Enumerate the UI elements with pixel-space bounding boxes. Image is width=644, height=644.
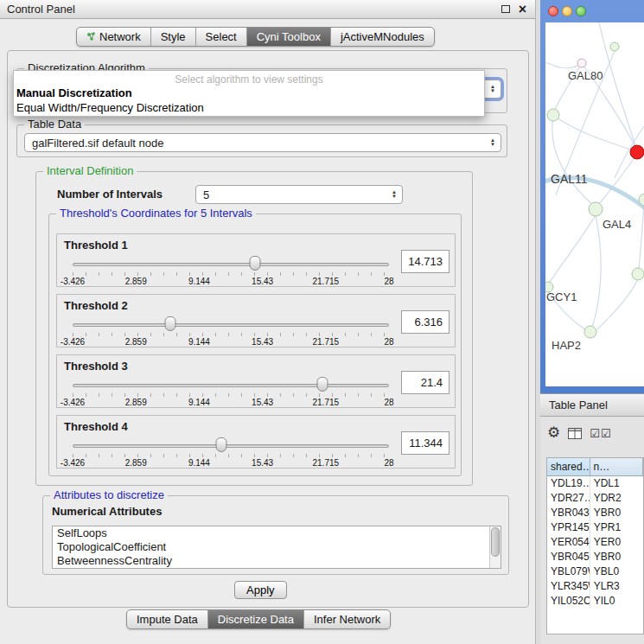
slider-track[interactable] [73, 444, 389, 448]
gear-icon[interactable]: ⚙ [547, 425, 560, 441]
tick-label: 15.43 [252, 398, 273, 407]
numerical-attributes-list: SelfLoops TopologicalCoefficient Between… [52, 526, 501, 569]
threshold-1-value-field[interactable]: 14.713 [401, 250, 450, 273]
attributes-to-discretize-group: Attributes to discretize Numerical Attri… [42, 495, 509, 575]
slider-ticks [73, 454, 389, 457]
tab-style[interactable]: Style [150, 28, 195, 46]
table-row[interactable]: YDL19…YDL1 [547, 476, 643, 491]
network-node-label: GAL80 [568, 69, 603, 82]
tick-label: 21.715 [313, 337, 340, 347]
slider-ticks [73, 333, 389, 336]
list-scrollbar[interactable] [489, 526, 501, 568]
combo-stepper-icon: ▲ ▼ [490, 85, 495, 93]
close-window-icon[interactable]: × [519, 4, 526, 15]
select-rows-checkboxes-icon[interactable]: ☑☑ [590, 427, 611, 440]
cyni-toolbox-panel: Discretization Algorithm ▲ ▼ Select algo… [7, 50, 529, 608]
tick-label: 28 [384, 277, 393, 286]
slider-tick-labels: -3.426 2.859 9.144 15.43 21.715 28 [73, 277, 389, 286]
list-item-topologicalcoefficient[interactable]: TopologicalCoefficient [53, 540, 501, 554]
threshold-3-slider[interactable]: -3.426 2.859 9.144 15.43 21.715 28 [73, 376, 389, 407]
slider-thumb[interactable] [216, 437, 227, 452]
number-of-intervals-label: Number of Intervals [57, 188, 163, 201]
network-canvas[interactable]: GAL80 GAL11 GAL4 GCY1 HAP2 [545, 22, 644, 386]
table-row[interactable]: YBR045CYBR0 [547, 550, 643, 564]
table-row[interactable]: YBL079WYBL0 [547, 564, 643, 579]
interval-definition-group: Interval Definition Number of Intervals … [35, 171, 473, 486]
tick-label: -3.426 [61, 337, 85, 347]
control-panel-titlebar[interactable]: Control Panel × [0, 0, 535, 19]
threshold-3-value-field[interactable]: 21.4 [401, 371, 450, 394]
control-panel-tab-bar: Network Style Select Cyni Toolbox jActiv… [76, 27, 435, 47]
threshold-4-value-field[interactable]: 11.344 [401, 431, 450, 455]
tab-impute-data[interactable]: Impute Data [127, 610, 207, 628]
table-data-group: Table Data galFiltered.sif default node … [16, 124, 507, 157]
minimize-traffic-light-icon[interactable] [562, 6, 572, 16]
number-of-intervals-combobox[interactable]: 5 ▲ ▼ [195, 185, 403, 204]
network-node[interactable] [632, 268, 644, 280]
float-window-icon[interactable] [501, 5, 510, 13]
threshold-4-slider[interactable]: -3.426 2.859 9.144 15.43 21.715 28 [73, 437, 389, 468]
tab-select[interactable]: Select [195, 28, 246, 46]
slider-track[interactable] [73, 384, 389, 387]
table-row[interactable]: YBR043CYBR0 [547, 506, 643, 520]
tick-label: 28 [384, 337, 393, 347]
network-node[interactable] [610, 42, 619, 51]
scrollbar-thumb[interactable] [491, 527, 500, 557]
tab-discretize-data[interactable]: Discretize Data [207, 610, 303, 628]
network-node[interactable] [584, 326, 596, 338]
algorithm-dropdown-popup: Select algorithm to view settings Manual… [13, 70, 485, 117]
popup-item-equal-width-frequency[interactable]: Equal Width/Frequency Discretization [14, 100, 484, 115]
tick-label: 21.715 [313, 398, 340, 407]
list-item-betweennesscentrality[interactable]: BetweennessCentrality [53, 554, 501, 568]
column-header-name[interactable]: n… [590, 458, 643, 476]
slider-ticks [73, 393, 389, 397]
column-header-shared-name[interactable]: shared… [547, 458, 590, 476]
list-item-selfloops[interactable]: SelfLoops [53, 526, 501, 540]
slider-track[interactable] [73, 263, 389, 266]
table-row[interactable]: YPR145WYPR1 [547, 520, 643, 535]
tick-label: 2.859 [125, 277, 147, 286]
network-node-label: HAP2 [552, 339, 581, 352]
tick-label: 21.715 [313, 458, 340, 468]
tick-label: 21.715 [313, 277, 340, 286]
tick-label: -3.426 [61, 398, 85, 407]
popup-item-manual-discretization[interactable]: Manual Discretization [14, 86, 484, 100]
zoom-traffic-light-icon[interactable] [576, 6, 586, 16]
table-data-combobox[interactable]: galFiltered.sif default node ▲ ▼ [24, 133, 501, 152]
tick-label: -3.426 [61, 458, 85, 468]
tab-cyni-toolbox[interactable]: Cyni Toolbox [246, 28, 330, 46]
network-node-label: GCY1 [546, 290, 577, 303]
tick-label: 2.859 [125, 458, 147, 468]
threshold-1-slider[interactable]: -3.426 2.859 9.144 15.43 21.715 28 [73, 255, 389, 286]
combo-stepper-icon: ▲ ▼ [392, 190, 397, 199]
tab-jactivemnodules[interactable]: jActiveMNodules [330, 28, 434, 46]
tick-label: 2.859 [125, 337, 147, 347]
network-node[interactable] [547, 109, 559, 121]
tab-network[interactable]: Network [77, 28, 150, 46]
table-row[interactable]: YLR345WYLR3 [547, 579, 643, 594]
columns-icon[interactable] [568, 428, 582, 439]
network-node-selected[interactable] [630, 145, 644, 159]
tick-label: 9.144 [188, 277, 210, 286]
close-traffic-light-icon[interactable] [548, 6, 558, 16]
slider-thumb[interactable] [317, 377, 328, 392]
threshold-3-label: Threshold 3 [64, 360, 128, 373]
tab-infer-network[interactable]: Infer Network [303, 610, 390, 628]
table-row[interactable]: YDR27…YDR2 [547, 491, 643, 506]
table-row[interactable]: YIL052CYIL0 [547, 594, 643, 609]
threshold-2-slider[interactable]: -3.426 2.859 9.144 15.43 21.715 28 [73, 316, 389, 347]
table-panel-titlebar[interactable]: Table Panel [540, 393, 644, 417]
network-node[interactable] [577, 59, 586, 67]
threshold-2-label: Threshold 2 [64, 299, 128, 312]
number-of-intervals-value: 5 [203, 188, 209, 201]
slider-thumb[interactable] [165, 316, 176, 331]
slider-thumb[interactable] [250, 256, 261, 271]
slider-track[interactable] [73, 323, 389, 327]
apply-button[interactable]: Apply [234, 581, 287, 599]
table-panel-toolbar: ⚙ ☑☑ [547, 423, 612, 443]
network-node-label: GAL11 [551, 172, 588, 186]
network-node[interactable] [589, 202, 603, 216]
thresholds-coordinates-group: Threshold's Coordinates for 5 Intervals … [48, 214, 462, 476]
table-row[interactable]: YER054CYER0 [547, 535, 643, 550]
threshold-2-value-field[interactable]: 6.316 [401, 310, 450, 334]
